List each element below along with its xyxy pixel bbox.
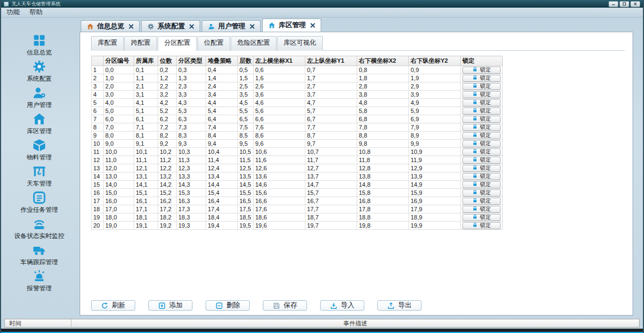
table-row[interactable]: 1413,013,113,213,313,413,513,613,713,813…	[92, 173, 503, 181]
menu-bar: 功能 帮助	[1, 8, 643, 17]
sidebar-item-info-overview[interactable]: 信息总览	[3, 33, 75, 57]
close-icon	[633, 2, 637, 6]
lock-button[interactable]: 锁定	[462, 206, 501, 213]
table-row[interactable]: 1312,012,112,212,312,412,512,612,712,812…	[92, 164, 503, 173]
maximize-button[interactable]	[619, 1, 629, 7]
table-cell: 3,8	[357, 91, 409, 99]
table-cell: 8,6	[254, 132, 305, 140]
sidebar-item-device-monitoring[interactable]: 设备状态实时监控	[3, 216, 75, 241]
lock-button[interactable]: 锁定	[462, 108, 501, 115]
tab-warehouse-management[interactable]: 库区管理	[262, 19, 321, 32]
table-row[interactable]: 109,09,19,29,39,49,59,69,79,89,9锁定	[92, 140, 503, 148]
sidebar-item-task-management[interactable]: 作业任务管理	[3, 190, 75, 215]
lock-button-label: 锁定	[480, 91, 491, 98]
table-row[interactable]: 32,02,12,22,32,42,52,62,72,82,9锁定	[92, 82, 503, 91]
menu-help[interactable]: 帮助	[29, 8, 43, 17]
table-cell: 12,1	[134, 164, 158, 173]
table-row[interactable]: 1514,014,114,214,314,414,514,614,714,814…	[92, 181, 503, 189]
close-tab-icon[interactable]	[189, 24, 194, 29]
sidebar-item-crane-management[interactable]: 天车管理	[3, 164, 75, 188]
subtab-warehouse-visualization[interactable]: 库区可视化	[277, 36, 323, 51]
subtab-span-config[interactable]: 跨配置	[124, 36, 157, 51]
table-cell: 13,5	[238, 173, 254, 181]
table-row[interactable]: 21,01,11,21,31,41,51,61,71,81,9锁定	[92, 74, 503, 82]
table-row[interactable]: 1211,011,111,211,311,411,511,611,711,811…	[92, 156, 503, 164]
column-header: 分区类型	[177, 56, 206, 66]
lock-button[interactable]: 锁定	[462, 189, 501, 197]
refresh-button[interactable]: 刷新	[91, 300, 135, 311]
table-row[interactable]: 43,03,13,23,33,43,53,63,73,83,9锁定	[92, 91, 503, 99]
subtab-zone-config[interactable]: 分区配置	[158, 36, 197, 51]
table-row[interactable]: 98,08,18,28,38,48,58,68,78,88,9锁定	[92, 132, 503, 140]
table-cell: 12,4	[206, 164, 238, 173]
close-tab-icon[interactable]	[129, 24, 134, 29]
lock-cell: 锁定	[461, 115, 503, 123]
sidebar-item-system-config[interactable]: 系统配置	[3, 59, 75, 84]
table-row[interactable]: 1716,016,116,216,316,416,516,616,716,816…	[92, 197, 503, 205]
lock-button[interactable]: 锁定	[462, 91, 501, 98]
table-cell: 12,6	[254, 164, 305, 173]
sidebar-item-alarm-management[interactable]: 报警管理	[3, 269, 75, 293]
table-row[interactable]: 1110,010,110,210,310,410,510,610,710,810…	[92, 148, 503, 156]
lock-button[interactable]: 锁定	[462, 99, 501, 106]
table-cell: 3,7	[305, 91, 357, 99]
lock-button[interactable]: 锁定	[462, 173, 501, 180]
delete-button[interactable]: 删除	[206, 300, 250, 311]
table-row[interactable]: 10,00,10,20,30,40,50,60,70,80,9锁定	[92, 66, 503, 74]
lock-button[interactable]: 锁定	[462, 198, 501, 205]
table-cell: 13,1	[134, 173, 158, 181]
tab-label: 库区管理	[279, 21, 306, 30]
lock-button[interactable]: 锁定	[462, 214, 501, 221]
lock-button[interactable]: 锁定	[462, 132, 501, 139]
close-window-button[interactable]	[630, 1, 640, 7]
tab-info-overview[interactable]: 信息总览	[81, 20, 140, 32]
close-tab-icon[interactable]	[310, 23, 315, 28]
table-row[interactable]: 2019,019,119,219,319,419,519,619,719,819…	[92, 222, 503, 230]
table-cell: 17,2	[158, 205, 177, 213]
table-cell: 12,5	[238, 164, 254, 173]
table-row[interactable]: 1817,017,117,217,317,417,517,617,717,817…	[92, 205, 503, 213]
table-row[interactable]: 54,04,14,24,34,44,54,64,74,84,9锁定	[92, 99, 503, 107]
table-row[interactable]: 76,06,16,26,36,46,56,66,76,86,9锁定	[92, 115, 503, 123]
add-button[interactable]: 添加	[148, 300, 192, 311]
lock-button[interactable]: 锁定	[462, 157, 501, 164]
lock-button[interactable]: 锁定	[462, 181, 501, 188]
import-button[interactable]: 导入	[320, 300, 364, 311]
button-label: 保存	[284, 301, 297, 310]
sidebar-item-material-management[interactable]: 物料管理	[3, 138, 75, 162]
lock-button[interactable]: 锁定	[462, 67, 501, 74]
tab-user-management[interactable]: 用户管理	[202, 20, 261, 32]
lock-button[interactable]: 锁定	[462, 124, 501, 131]
menu-function[interactable]: 功能	[7, 8, 20, 17]
sidebar-item-user-management[interactable]: 用户管理	[3, 85, 75, 110]
table-cell: 13,7	[305, 173, 357, 181]
warehouse-panel: 库配置 跨配置 分区配置 位配置 危险区配置 库区可视化	[80, 32, 633, 316]
sidebar-item-warehouse-management[interactable]: 库区管理	[3, 111, 75, 136]
lock-button[interactable]: 锁定	[462, 83, 501, 90]
lock-button[interactable]: 锁定	[462, 140, 501, 147]
table-row[interactable]: 65,05,15,25,35,45,55,65,75,85,9锁定	[92, 107, 503, 115]
minimize-button[interactable]	[609, 1, 618, 7]
save-button[interactable]: 保存	[263, 300, 307, 311]
lock-button[interactable]: 锁定	[462, 222, 501, 229]
row-number: 8	[92, 123, 104, 132]
table-row[interactable]: 1615,015,115,215,315,415,515,615,715,815…	[92, 189, 503, 197]
sidebar-item-vehicle-tracking[interactable]: 车辆跟踪管理	[3, 242, 75, 267]
table-row[interactable]: 1918,018,118,218,318,418,518,618,718,818…	[92, 213, 503, 222]
table-cell: 15,2	[158, 189, 177, 197]
export-button[interactable]: 导出	[377, 300, 422, 311]
close-tab-icon[interactable]	[250, 24, 255, 29]
lock-button[interactable]: 锁定	[462, 148, 501, 156]
table-row[interactable]: 87,07,17,27,37,47,57,67,77,87,9锁定	[92, 123, 503, 132]
lock-button[interactable]: 锁定	[462, 75, 501, 82]
table-cell: 18,6	[254, 213, 305, 222]
tab-system-config[interactable]: 系统配置	[141, 20, 200, 32]
subtab-danger-zone-config[interactable]: 危险区配置	[231, 36, 276, 51]
lock-button[interactable]: 锁定	[462, 116, 501, 123]
table-cell: 16,8	[357, 197, 409, 205]
subtab-warehouse-config[interactable]: 库配置	[91, 36, 124, 51]
lock-icon	[472, 99, 478, 106]
lock-button[interactable]: 锁定	[462, 165, 501, 172]
subtab-position-config[interactable]: 位配置	[197, 36, 230, 51]
lock-button-label: 锁定	[480, 66, 491, 74]
